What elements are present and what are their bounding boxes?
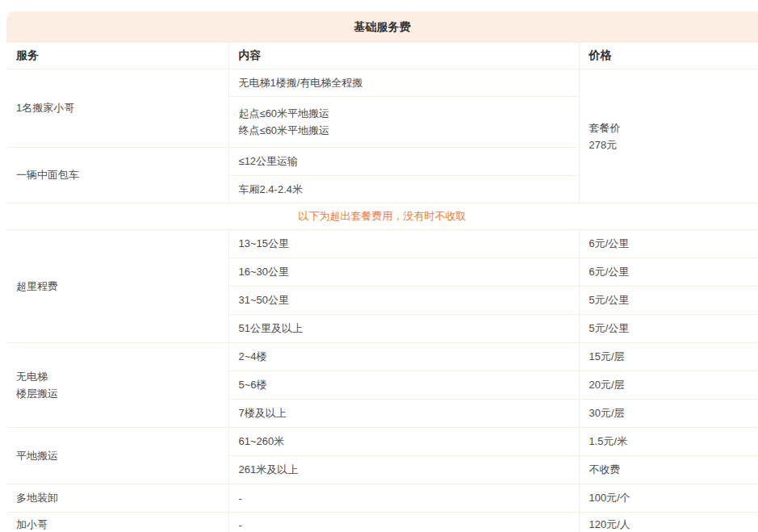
content-cell: 7楼及以上 — [228, 400, 579, 428]
content-cell: 261米及以上 — [228, 456, 579, 484]
table-row: 1名搬家小哥 无电梯1楼搬/有电梯全程搬 套餐价 278元 — [6, 69, 758, 97]
table-header-row: 服务 内容 价格 — [6, 43, 758, 69]
column-header-content: 内容 — [228, 43, 579, 69]
content-cell: - — [228, 513, 579, 532]
service-cell-floors: 无电梯 楼层搬运 — [6, 343, 228, 428]
price-cell: 5元/公里 — [579, 287, 758, 315]
content-cell: 61~260米 — [228, 428, 579, 456]
pricing-table-card: 基础服务费 服务 内容 价格 1名搬家小哥 无电梯1楼搬/有电梯全程搬 套餐价 … — [6, 11, 758, 532]
content-cell: 无电梯1楼搬/有电梯全程搬 — [228, 69, 579, 97]
table-row: 多地装卸 - 100元/个 — [6, 484, 758, 513]
price-cell: 不收费 — [579, 456, 758, 484]
table-row: 无电梯 楼层搬运 2~4楼 15元/层 — [6, 343, 758, 371]
notice-row: 以下为超出套餐费用，没有时不收取 — [6, 203, 758, 230]
price-cell: 100元/个 — [579, 484, 758, 513]
price-cell: 6元/公里 — [579, 258, 758, 287]
price-cell: 30元/层 — [579, 400, 758, 428]
price-cell: 5元/公里 — [579, 315, 758, 343]
content-cell: 13~15公里 — [228, 230, 579, 258]
price-cell: 1.5元/米 — [579, 428, 758, 456]
pricing-table: 服务 内容 价格 1名搬家小哥 无电梯1楼搬/有电梯全程搬 套餐价 278元 起… — [6, 42, 758, 532]
table-row: 平地搬运 61~260米 1.5元/米 — [6, 428, 758, 456]
content-cell: ≤12公里运输 — [228, 148, 579, 176]
content-cell: 31~50公里 — [228, 287, 579, 315]
content-cell: - — [228, 484, 579, 513]
content-cell: 5~6楼 — [228, 371, 579, 400]
content-cell: 51公里及以上 — [228, 315, 579, 343]
content-cell: 2~4楼 — [228, 343, 579, 371]
content-cell: 16~30公里 — [228, 258, 579, 287]
content-cell: 车厢2.4-2.4米 — [228, 176, 579, 203]
table-row: 超里程费 13~15公里 6元/公里 — [6, 230, 758, 258]
price-cell: 15元/层 — [579, 343, 758, 371]
table-title: 基础服务费 — [6, 11, 758, 42]
service-cell-mileage: 超里程费 — [6, 230, 228, 343]
price-cell: 20元/层 — [579, 371, 758, 400]
column-header-price: 价格 — [579, 43, 758, 69]
table-row: 加小哥 - 120元/人 — [6, 513, 758, 532]
content-cell: 起点≤60米平地搬运 终点≤60米平地搬运 — [228, 97, 579, 148]
price-cell: 6元/公里 — [579, 230, 758, 258]
service-cell-extra-helper: 加小哥 — [6, 513, 228, 532]
service-cell-multi-load: 多地装卸 — [6, 484, 228, 513]
service-cell-van: 一辆中面包车 — [6, 148, 228, 203]
service-cell-ground: 平地搬运 — [6, 428, 228, 484]
extra-fee-notice: 以下为超出套餐费用，没有时不收取 — [6, 203, 758, 230]
price-cell-package: 套餐价 278元 — [579, 69, 758, 203]
column-header-service: 服务 — [6, 43, 228, 69]
price-cell: 120元/人 — [579, 513, 758, 532]
service-cell-mover: 1名搬家小哥 — [6, 69, 228, 148]
